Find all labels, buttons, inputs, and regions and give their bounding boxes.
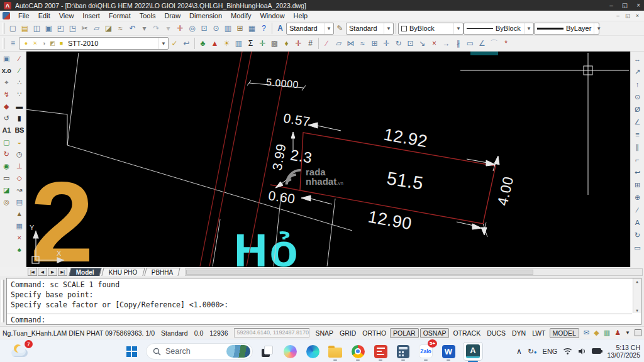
- custom-tool-4-icon[interactable]: ▥: [233, 38, 245, 50]
- linetype-control-combo[interactable]: ByBlock ▼: [464, 23, 534, 35]
- tree-tool-icon[interactable]: ♠: [14, 244, 25, 255]
- menu-edit[interactable]: Edit: [34, 11, 55, 20]
- redo-icon[interactable]: ↷: [150, 23, 162, 35]
- communication-center-icon[interactable]: ✉: [584, 329, 589, 337]
- custom-tool-grid-icon[interactable]: #: [304, 38, 316, 50]
- bs-tool-icon[interactable]: BS: [14, 124, 25, 136]
- chevron-down-icon[interactable]: ▼: [384, 23, 393, 34]
- drawing-file-icon[interactable]: [3, 12, 10, 19]
- red-grid-app-button[interactable]: [372, 343, 389, 360]
- coordinates-readout[interactable]: 592804.6140, 1192487.8170, 0.0000: [234, 328, 309, 337]
- publish-icon[interactable]: ◳: [67, 23, 79, 35]
- dimension-edit-icon[interactable]: ∕: [632, 204, 643, 216]
- red-rotate-tool-icon[interactable]: ↻: [1, 148, 12, 160]
- break-icon[interactable]: ∦: [452, 38, 464, 50]
- trim-icon[interactable]: ×: [428, 38, 440, 50]
- word-button[interactable]: W: [440, 343, 457, 360]
- help-icon[interactable]: ?: [258, 23, 270, 35]
- chrome-button[interactable]: [350, 343, 366, 360]
- tab-nav-2-button[interactable]: ◀: [38, 268, 47, 276]
- menu-file[interactable]: File: [14, 11, 34, 20]
- chevron-down-icon[interactable]: ▼: [594, 23, 603, 34]
- dimension-update-icon[interactable]: ↻: [632, 229, 643, 241]
- menu-dimension[interactable]: Dimension: [185, 11, 226, 20]
- toolbar-grip[interactable]: [3, 38, 4, 49]
- grid-table-tool-icon[interactable]: ▦: [14, 220, 25, 231]
- mirror-icon[interactable]: ⋈: [345, 38, 357, 50]
- custom-tool-2-icon[interactable]: ▲: [209, 38, 221, 50]
- black-bar-tool-icon[interactable]: ▬: [14, 101, 25, 112]
- start-button[interactable]: [123, 343, 140, 360]
- menu-draw[interactable]: Draw: [160, 11, 185, 20]
- toggle-lwt[interactable]: LWT: [530, 329, 548, 337]
- continue-dimension-icon[interactable]: ⌐: [632, 154, 643, 165]
- autocad-taskbar-button[interactable]: A: [463, 342, 483, 361]
- menu-window[interactable]: Window: [255, 11, 289, 20]
- custom-tool-3-icon[interactable]: ☀: [221, 38, 233, 50]
- mdi-restore-button[interactable]: ◱: [625, 13, 630, 19]
- scroll-down-icon[interactable]: ▼: [636, 308, 638, 312]
- dim-style-combo[interactable]: Standard ▼: [346, 23, 394, 35]
- toggle-grid[interactable]: GRID: [337, 329, 358, 337]
- aligned-dimension-icon[interactable]: ↗: [632, 66, 643, 77]
- text-style-icon[interactable]: A: [274, 23, 286, 35]
- search-highlight-image[interactable]: [226, 345, 250, 358]
- diameter-dimension-icon[interactable]: Ø: [632, 104, 643, 115]
- route-tool-icon[interactable]: ↝: [14, 184, 25, 195]
- green-frame-tool-icon[interactable]: ▢: [1, 136, 12, 148]
- make-object-layer-current-icon[interactable]: ✓: [169, 38, 180, 50]
- horizontal-scrollbar[interactable]: [185, 268, 643, 276]
- zoom-window-icon[interactable]: ⊡: [198, 23, 210, 35]
- chevron-down-icon[interactable]: ▼: [524, 23, 533, 34]
- quick-leader-icon[interactable]: ↩: [632, 167, 643, 178]
- tab-khu-pho[interactable]: KHU PHO: [101, 268, 145, 276]
- copy-clip-icon[interactable]: ▱: [91, 23, 103, 35]
- mdi-minimize-button[interactable]: –: [616, 13, 619, 19]
- toolbar-grip[interactable]: [3, 23, 4, 34]
- yellow-tool-icon[interactable]: ◒: [14, 136, 25, 148]
- lightning-tool-icon[interactable]: ↯: [1, 89, 12, 100]
- clean-screen-button[interactable]: [635, 329, 641, 336]
- erase-icon[interactable]: ∕: [321, 38, 333, 50]
- stretch-icon[interactable]: ↘: [416, 38, 428, 50]
- tab-nav-4-button[interactable]: ▶|: [58, 268, 67, 276]
- move-icon[interactable]: ✛: [380, 38, 392, 50]
- language-indicator[interactable]: ENG: [543, 348, 558, 355]
- custom-tool-9-icon[interactable]: ✛: [292, 38, 304, 50]
- chevron-down-icon[interactable]: ▼: [453, 23, 463, 34]
- cut-icon[interactable]: ✂: [79, 23, 91, 35]
- custom-tool-sigma-icon[interactable]: Σ: [245, 38, 257, 50]
- custom-tool-7-icon[interactable]: ▩: [269, 38, 280, 50]
- toggle-model[interactable]: MODEL: [550, 328, 579, 338]
- lineweight-control-combo[interactable]: ByLayer ▼: [534, 23, 599, 35]
- mdi-close-button[interactable]: ×: [636, 13, 639, 19]
- cross-tool-icon[interactable]: ×: [14, 232, 25, 243]
- pencil-red-tool-icon[interactable]: ∕: [14, 53, 25, 64]
- command-window[interactable]: Command: sc SCALE 1 foundSpecify base po…: [6, 278, 641, 325]
- menu-tools[interactable]: Tools: [135, 11, 160, 20]
- validate-icon[interactable]: ▥: [604, 329, 610, 337]
- clock-tool-icon[interactable]: ◷: [14, 148, 25, 160]
- scale-icon[interactable]: ⊡: [404, 38, 416, 50]
- offset-icon[interactable]: ≈: [357, 38, 369, 50]
- custom-tool-1-icon[interactable]: ♣: [197, 38, 209, 50]
- picture-tool-icon[interactable]: ◪: [1, 184, 12, 195]
- wifi-icon[interactable]: [563, 348, 572, 354]
- ordinate-dimension-icon[interactable]: ↑: [632, 79, 643, 90]
- tab-nav-3-button[interactable]: ▶: [48, 268, 57, 276]
- white-card-tool-icon[interactable]: ▭: [1, 172, 12, 184]
- tab-model[interactable]: Model: [69, 268, 101, 276]
- toggle-osnap[interactable]: OSNAP: [420, 328, 450, 338]
- linear-dimension-icon[interactable]: ↔: [632, 53, 643, 65]
- chamfer-icon[interactable]: ∠: [476, 38, 488, 50]
- tab-pbhha[interactable]: PBHHA: [145, 268, 181, 276]
- layer-properties-icon[interactable]: ≡: [7, 38, 19, 50]
- match-properties-icon[interactable]: ≈: [114, 23, 126, 35]
- center-mark-icon[interactable]: ⊕: [632, 192, 643, 203]
- save-icon[interactable]: ◫: [31, 23, 43, 35]
- chevron-down-icon[interactable]: ▼: [158, 38, 168, 49]
- dim-style-icon[interactable]: ✎: [334, 23, 346, 35]
- volume-icon[interactable]: [578, 348, 586, 355]
- scrollbar-thumb[interactable]: [186, 270, 533, 275]
- undo-dropdown-icon[interactable]: ▾: [138, 23, 150, 35]
